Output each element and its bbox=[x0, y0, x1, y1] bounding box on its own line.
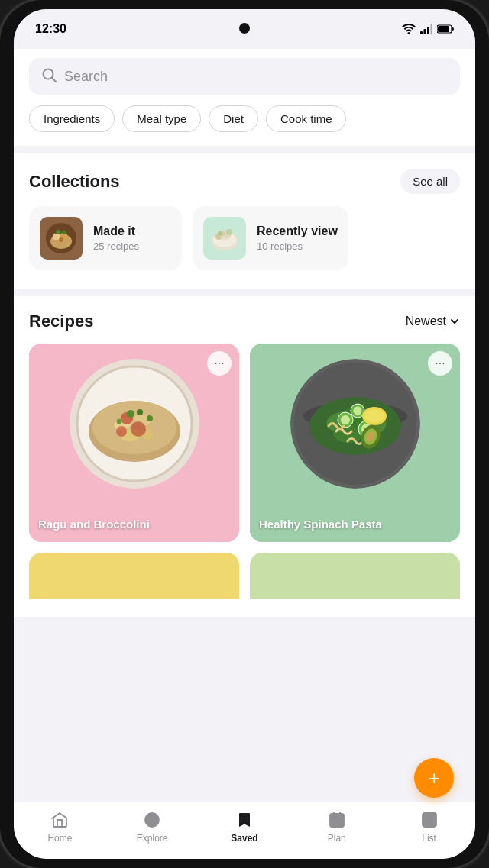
status-icons bbox=[402, 24, 454, 34]
collections-title: Collections bbox=[29, 172, 120, 192]
nav-label-list: List bbox=[422, 833, 436, 844]
svg-point-33 bbox=[131, 421, 146, 437]
signal-icon bbox=[420, 24, 432, 34]
camera-notch bbox=[239, 23, 250, 34]
svg-point-59 bbox=[150, 818, 154, 822]
sort-label: Newest bbox=[406, 315, 446, 328]
plan-icon bbox=[327, 810, 347, 830]
chip-diet[interactable]: Diet bbox=[209, 105, 258, 132]
battery-icon bbox=[437, 24, 454, 34]
recipe-title-spinach: Healthy Spinach Pasta bbox=[259, 517, 382, 532]
svg-line-7 bbox=[52, 78, 56, 82]
see-all-button[interactable]: See all bbox=[400, 169, 460, 194]
svg-point-34 bbox=[116, 426, 127, 437]
recipe-card-ragu[interactable]: ··· Ragu and Broccolini bbox=[29, 344, 239, 542]
collection-card-made-it[interactable]: Made it 25 recipes bbox=[29, 206, 182, 270]
recipes-section: Recipes Newest bbox=[14, 296, 475, 617]
nav-label-saved: Saved bbox=[231, 833, 257, 844]
collection-img-recently-viewed bbox=[203, 217, 246, 260]
chevron-down-icon bbox=[449, 316, 460, 327]
saved-icon bbox=[235, 810, 254, 830]
phone-frame: 12:30 bbox=[0, 0, 489, 868]
fab-add-button[interactable]: + bbox=[414, 758, 454, 798]
svg-point-37 bbox=[147, 415, 153, 421]
more-button-spinach[interactable]: ··· bbox=[428, 351, 452, 376]
chip-meal-type[interactable]: Meal type bbox=[122, 105, 201, 132]
recipes-title: Recipes bbox=[29, 311, 93, 331]
nav-item-list[interactable]: List bbox=[406, 810, 452, 844]
collection-name-made-it: Made it bbox=[93, 224, 139, 238]
wifi-icon bbox=[402, 24, 416, 34]
svg-point-13 bbox=[59, 237, 63, 242]
recipes-grid: ··· Ragu and Broccolini bbox=[29, 344, 460, 599]
svg-point-36 bbox=[137, 409, 143, 415]
search-section: Search Ingredients Meal type Diet Cook t… bbox=[14, 49, 475, 146]
collection-name-recently-viewed: Recently view bbox=[257, 224, 338, 238]
svg-rect-5 bbox=[438, 26, 449, 32]
svg-rect-1 bbox=[424, 29, 426, 34]
nav-label-plan: Plan bbox=[328, 833, 346, 844]
collection-img-made-it bbox=[40, 217, 83, 260]
list-icon bbox=[419, 810, 439, 830]
svg-rect-64 bbox=[423, 813, 436, 827]
chip-cook-time[interactable]: Cook time bbox=[266, 105, 347, 132]
recipes-header: Recipes Newest bbox=[29, 311, 460, 331]
recipe-card-partial[interactable] bbox=[29, 553, 239, 599]
recipe-card-partial-2[interactable] bbox=[250, 553, 460, 599]
search-bar[interactable]: Search bbox=[29, 58, 460, 95]
svg-rect-0 bbox=[420, 31, 423, 34]
sort-button[interactable]: Newest bbox=[406, 315, 460, 328]
collection-info-recently-viewed: Recently view 10 recipes bbox=[257, 224, 338, 252]
svg-point-15 bbox=[63, 231, 66, 234]
collections-header: Collections See all bbox=[29, 169, 460, 194]
recipe-title-ragu: Ragu and Broccolini bbox=[38, 517, 150, 532]
svg-point-23 bbox=[218, 231, 222, 236]
phone-screen: 12:30 bbox=[14, 9, 475, 859]
collections-section: Collections See all bbox=[14, 153, 475, 289]
explore-icon bbox=[142, 810, 162, 830]
svg-point-54 bbox=[364, 409, 384, 423]
chip-ingredients[interactable]: Ingredients bbox=[29, 105, 115, 132]
collection-count-made-it: 25 recipes bbox=[93, 240, 139, 252]
nav-item-plan[interactable]: Plan bbox=[314, 810, 360, 844]
nav-label-explore: Explore bbox=[137, 833, 168, 844]
collection-card-recently-viewed[interactable]: Recently view 10 recipes bbox=[193, 206, 348, 270]
nav-item-saved[interactable]: Saved bbox=[222, 810, 267, 844]
nav-item-home[interactable]: Home bbox=[37, 810, 83, 844]
filter-chips: Ingredients Meal type Diet Cook time bbox=[29, 105, 460, 132]
svg-point-22 bbox=[226, 229, 232, 235]
home-icon bbox=[50, 810, 70, 830]
nav-item-explore[interactable]: Explore bbox=[129, 810, 175, 844]
svg-rect-60 bbox=[330, 814, 344, 827]
search-icon bbox=[41, 67, 57, 86]
more-button-ragu[interactable]: ··· bbox=[207, 351, 232, 376]
collection-cards: Made it 25 recipes bbox=[29, 206, 460, 270]
screen-content[interactable]: Search Ingredients Meal type Diet Cook t… bbox=[14, 49, 475, 802]
recipe-card-spinach[interactable]: ··· Healthy Spinach Pasta bbox=[250, 344, 460, 542]
collection-count-recently-viewed: 10 recipes bbox=[257, 240, 338, 252]
svg-point-14 bbox=[56, 230, 60, 234]
collection-info-made-it: Made it 25 recipes bbox=[93, 224, 139, 252]
nav-label-home: Home bbox=[47, 833, 72, 844]
search-placeholder: Search bbox=[64, 69, 108, 85]
bottom-nav: Home Explore Saved bbox=[14, 802, 475, 859]
svg-rect-2 bbox=[427, 27, 429, 34]
svg-point-38 bbox=[116, 419, 121, 424]
svg-rect-3 bbox=[431, 24, 433, 34]
svg-point-52 bbox=[353, 407, 361, 415]
svg-point-35 bbox=[127, 410, 134, 418]
status-bar: 12:30 bbox=[14, 9, 475, 49]
status-time: 12:30 bbox=[35, 22, 66, 36]
svg-point-48 bbox=[341, 415, 350, 424]
